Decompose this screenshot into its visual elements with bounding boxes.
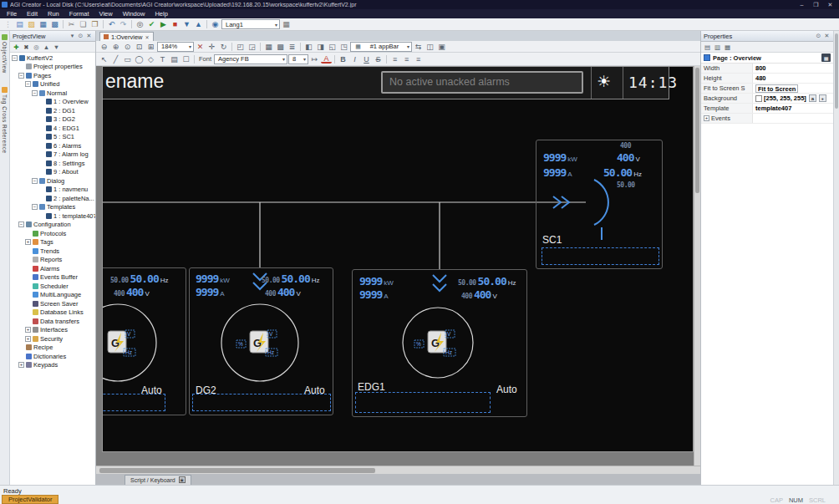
edg1-selection-rect[interactable]: [355, 392, 491, 413]
delete-object-icon[interactable]: ✕: [195, 41, 206, 52]
close-button[interactable]: ✕: [823, 0, 837, 9]
rect-tool-icon[interactable]: ▭: [122, 53, 133, 64]
open-project-icon[interactable]: ▨: [26, 19, 37, 30]
property-value-width[interactable]: 800: [753, 64, 833, 73]
bring-to-front-icon[interactable]: ◰: [235, 41, 246, 52]
tree-item-security[interactable]: +Security: [10, 334, 95, 344]
italic-icon[interactable]: I: [349, 53, 360, 64]
tree-item-keypads[interactable]: +Keypads: [10, 361, 95, 370]
zoom-fit-icon[interactable]: ⊡: [134, 41, 145, 52]
stop-icon[interactable]: ■: [170, 19, 181, 30]
align-center-icon[interactable]: ≡: [401, 53, 412, 64]
paste-icon[interactable]: ❐: [89, 19, 100, 30]
right-scrollbar-strip[interactable]: [833, 31, 839, 485]
download-to-target-icon[interactable]: ▼: [181, 19, 192, 30]
categorized-icon[interactable]: ▤: [703, 43, 712, 52]
scrollbar-thumb[interactable]: [99, 468, 375, 473]
tree-item-normal[interactable]: −Normal: [10, 89, 95, 98]
alarm-banner[interactable]: No active unacked alarms: [381, 71, 583, 94]
menu-help[interactable]: Help: [150, 9, 172, 18]
tree-item-reports[interactable]: Reports: [10, 256, 95, 265]
clock-display[interactable]: 14:13: [628, 74, 678, 91]
delete-icon[interactable]: ✖: [22, 43, 31, 52]
add-icon[interactable]: ✚: [12, 43, 21, 52]
menu-file[interactable]: File: [2, 9, 22, 18]
tree-item-recipe[interactable]: Recipe: [10, 344, 95, 353]
tree-item-multilanguage[interactable]: MultiLanguage: [10, 291, 95, 300]
property-button-a[interactable]: a: [809, 94, 816, 102]
property-pages-icon[interactable]: ▦: [723, 43, 732, 52]
tree-item-dictionaries[interactable]: Dictionaries: [10, 352, 95, 361]
tree-item-trends[interactable]: Trends: [10, 247, 95, 256]
zoom-region-icon[interactable]: ⊞: [145, 41, 156, 52]
tree-item-kuffertv2[interactable]: −KuffertV2: [10, 53, 95, 63]
minimize-button[interactable]: –: [795, 0, 809, 9]
edg1-mode-label[interactable]: Auto: [496, 384, 517, 395]
zoom-out-icon[interactable]: ⊖: [99, 41, 109, 52]
text-tool-icon[interactable]: T: [157, 53, 168, 64]
canvas-horizontal-scrollbar[interactable]: [96, 466, 700, 474]
align-left-objects-icon[interactable]: ◧: [303, 41, 314, 52]
hmi-page-title[interactable]: ename: [105, 70, 164, 93]
tab-order-icon[interactable]: ⇆: [413, 41, 424, 52]
widget-select[interactable]: ▦ #1 appBar ▾: [350, 42, 412, 52]
copy-icon[interactable]: ❏: [78, 19, 89, 30]
side-tab-objectview[interactable]: ObjectView: [2, 34, 8, 74]
tree-item-configuration[interactable]: −Configuration: [10, 221, 95, 230]
tree-item-screen-saver[interactable]: Screen Saver: [10, 299, 95, 308]
pin-icon[interactable]: ▣: [179, 476, 186, 483]
tree-item-database-links[interactable]: Database Links: [10, 308, 95, 318]
align-bottom-objects-icon[interactable]: ◳: [338, 41, 349, 52]
tree-item-unified[interactable]: −Unified: [10, 80, 95, 89]
tree-item-6-alarms[interactable]: 6 : Alarms: [10, 141, 95, 150]
project-validator-tab[interactable]: ProjectValidator: [2, 495, 58, 504]
property-value-template[interactable]: template407: [753, 104, 833, 113]
layers-icon[interactable]: ≣: [287, 41, 297, 52]
collapse-icon[interactable]: −: [18, 221, 24, 227]
bold-icon[interactable]: B: [338, 53, 348, 64]
text-direction-icon[interactable]: ↦: [309, 53, 320, 64]
send-to-back-icon[interactable]: ◲: [247, 41, 257, 52]
tree-item-dialog[interactable]: −Dialog: [10, 176, 95, 186]
zoom-select[interactable]: 184% ▾: [157, 42, 194, 52]
image-tool-icon[interactable]: ▤: [169, 53, 180, 64]
menu-view[interactable]: View: [94, 9, 118, 18]
tree-item-tags[interactable]: +Tags: [10, 238, 95, 247]
keypad-icon[interactable]: ▦: [281, 19, 292, 30]
tree-item-1-navmenu[interactable]: 1 : navmenu: [10, 186, 95, 195]
tree-item-7-alarm-log[interactable]: 7 : Alarm log: [10, 150, 95, 160]
dg1-selection-rect[interactable]: [102, 394, 165, 411]
run-icon[interactable]: ▶: [158, 19, 169, 30]
close-panel-icon[interactable]: ✕: [823, 33, 831, 40]
save-icon[interactable]: ▦: [38, 19, 48, 30]
collapse-icon[interactable]: −: [12, 55, 18, 61]
pin-icon[interactable]: ⊙: [815, 33, 822, 40]
align-right-objects-icon[interactable]: ◨: [315, 41, 326, 52]
alphabetical-icon[interactable]: ▥: [713, 43, 722, 52]
pin-icon[interactable]: ⊙: [77, 33, 84, 40]
upload-from-target-icon[interactable]: ▲: [193, 19, 204, 30]
expand-icon[interactable]: +: [25, 327, 31, 333]
close-panel-icon[interactable]: ✕: [85, 33, 93, 40]
pan-icon[interactable]: ✛: [206, 41, 217, 52]
maximize-button[interactable]: ❐: [809, 0, 823, 9]
new-project-icon[interactable]: ▤: [14, 19, 25, 30]
tree-item-2-palettena[interactable]: 2 : paletteNa...: [10, 194, 95, 203]
tree-item-events-buffer[interactable]: Events Buffer: [10, 273, 95, 283]
tree-item-pages[interactable]: −Pages: [10, 71, 95, 80]
zoom-100-icon[interactable]: ⊙: [122, 41, 133, 52]
collapse-icon[interactable]: −: [32, 178, 38, 184]
tree-item-4-edg1[interactable]: 4 : EDG1: [10, 124, 95, 133]
window-position-icon[interactable]: ▾: [69, 33, 76, 40]
canvas-vertical-scrollbar[interactable]: [694, 66, 700, 466]
tree-item-alarms[interactable]: Alarms: [10, 264, 95, 273]
ellipse-tool-icon[interactable]: ◯: [134, 53, 145, 64]
menu-edit[interactable]: Edit: [22, 9, 43, 18]
brightness-sun-icon[interactable]: ☀: [597, 72, 611, 91]
filter-button[interactable]: ▦: [821, 53, 831, 62]
zoom-in-icon[interactable]: ⊕: [110, 41, 121, 52]
tree-item-2-dg1[interactable]: 2 : DG1: [10, 106, 95, 115]
tree-item-templates[interactable]: −Templates: [10, 203, 95, 212]
tree-item-1-overview[interactable]: 1 : Overview: [10, 98, 95, 107]
align-top-objects-icon[interactable]: ◱: [327, 41, 338, 52]
